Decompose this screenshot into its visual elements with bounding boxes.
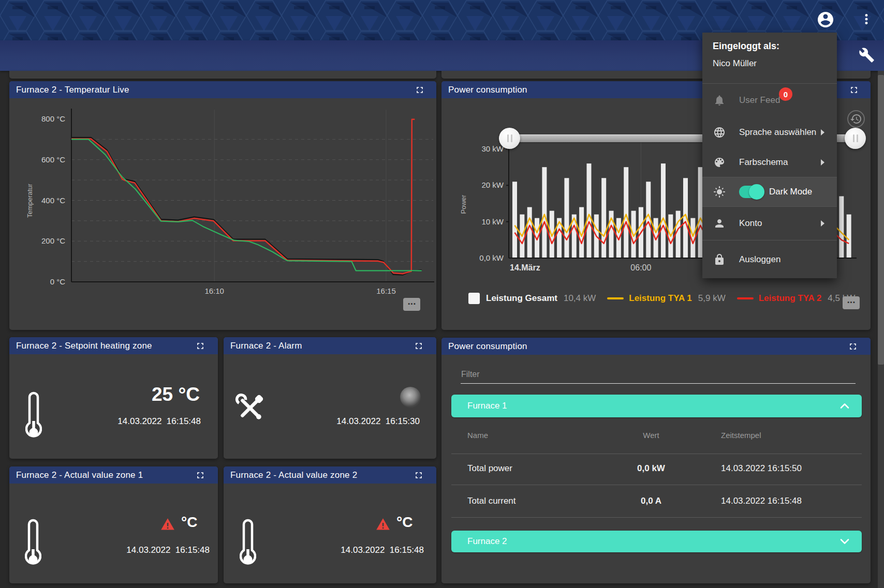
- warning-icon: [376, 517, 390, 532]
- menu-item-label: User Feed: [739, 95, 780, 105]
- menu-item-colorscheme[interactable]: Farbschema: [702, 148, 837, 177]
- fullscreen-icon[interactable]: [195, 341, 205, 351]
- svg-text:400 °C: 400 °C: [41, 196, 65, 205]
- svg-text:06:00: 06:00: [630, 263, 651, 272]
- fullscreen-icon[interactable]: [414, 470, 424, 480]
- column-header-wert: Wert: [612, 431, 690, 440]
- submenu-arrow-icon: [821, 159, 824, 165]
- row-value: 0,0 kW: [612, 463, 690, 474]
- section-furnace2-header[interactable]: Furnace 2: [451, 531, 862, 552]
- column-header-zeitstempel: Zeitstempel: [721, 431, 761, 440]
- menu-item-account[interactable]: Konto: [702, 207, 837, 240]
- fullscreen-icon[interactable]: [195, 470, 205, 480]
- menu-header: Eingeloggt als: Nico Müller: [702, 33, 837, 84]
- menu-item-language[interactable]: Sprache auswählen: [702, 117, 837, 148]
- fullscreen-icon[interactable]: [848, 341, 858, 352]
- tools-icon: [235, 393, 265, 423]
- svg-text:14.März: 14.März: [510, 263, 540, 272]
- legend-swatch-gesamt[interactable]: [468, 293, 480, 304]
- menu-item-label: Ausloggen: [739, 254, 780, 265]
- chevron-down-icon: [840, 539, 849, 545]
- chart-legend: Leistung Gesamt 10,4 kW Leistung TYA 1 5…: [468, 291, 855, 306]
- menu-item-label: Konto: [739, 218, 762, 229]
- card-alarm-titlebar: Furnace 2 - Alarm: [224, 337, 436, 354]
- card-setpoint-titlebar: Furnace 2 - Setpoint heating zone: [9, 337, 218, 354]
- menu-item-user-feed[interactable]: User Feed 0: [702, 84, 837, 117]
- more-options-button[interactable]: ...: [843, 296, 860, 309]
- svg-text:0 °C: 0 °C: [50, 277, 66, 286]
- card-title: Furnace 2 - Actual value zone 1: [9, 470, 143, 480]
- kebab-menu-icon[interactable]: [859, 11, 874, 27]
- row-timestamp: 14.03.2022 16:15:50: [721, 463, 802, 474]
- scrollbar-thumb[interactable]: [878, 75, 884, 365]
- user-dropdown-menu: Eingeloggt als: Nico Müller User Feed 0 …: [702, 33, 837, 278]
- notification-badge: 0: [779, 87, 792, 101]
- card-zone1-titlebar: Furnace 2 - Actual value zone 1: [9, 466, 218, 484]
- svg-text:10 kW: 10 kW: [481, 217, 504, 226]
- section-name: Furnace 2: [451, 536, 507, 547]
- card-title: Furnace 2 - Setpoint heating zone: [9, 341, 152, 351]
- account-icon[interactable]: [816, 10, 835, 29]
- svg-text:20 kW: 20 kW: [481, 180, 504, 189]
- globe-icon: [713, 126, 726, 139]
- fullscreen-icon[interactable]: [415, 85, 425, 95]
- filter-input[interactable]: [461, 368, 856, 384]
- menu-item-label: Dark Mode: [769, 187, 812, 197]
- svg-text:16:15: 16:15: [376, 287, 396, 295]
- partial-card-above-left: [9, 71, 436, 79]
- svg-text:16:10: 16:10: [204, 287, 224, 295]
- fullscreen-icon[interactable]: [849, 85, 859, 95]
- svg-text:800 °C: 800 °C: [41, 114, 65, 123]
- lock-icon: [713, 253, 726, 266]
- palette-icon: [713, 156, 726, 169]
- user-name: Nico Müller: [713, 58, 837, 69]
- thermometer-icon: [240, 518, 256, 570]
- submenu-arrow-icon: [821, 129, 824, 135]
- wrench-icon[interactable]: [859, 47, 875, 63]
- menu-item-dark-mode[interactable]: Dark Mode: [702, 177, 837, 206]
- logged-in-label: Eingeloggt als:: [713, 41, 837, 52]
- card-zone2-titlebar: Furnace 2 - Actual value zone 2: [224, 466, 436, 484]
- slider-handle-right[interactable]: [845, 128, 866, 149]
- dashboard-root: { "ui": { "more_label": "..." }, "user_m…: [0, 0, 884, 588]
- row-value: 0,0 A: [612, 496, 690, 506]
- timestamp: 14.03.2022 16:15:48: [117, 416, 201, 427]
- zone-unit: °C: [181, 514, 197, 531]
- more-options-button[interactable]: ...: [403, 298, 420, 311]
- brightness-icon: [713, 186, 726, 198]
- setpoint-value: 25 °C: [152, 384, 200, 405]
- menu-item-label: Farbschema: [739, 157, 788, 168]
- svg-text:Power: Power: [460, 194, 467, 214]
- thermometer-icon: [25, 518, 41, 570]
- row-divider: [451, 454, 862, 454]
- card-title: Furnace 2 - Temperatur Live: [9, 85, 129, 95]
- legend-swatch-tya2[interactable]: [737, 297, 754, 299]
- history-icon[interactable]: [847, 110, 865, 128]
- submenu-arrow-icon: [821, 220, 824, 227]
- card-setpoint-heating-zone: Furnace 2 - Setpoint heating zone 25 °C …: [9, 337, 218, 459]
- section-furnace1-header[interactable]: Furnace 1: [451, 395, 862, 417]
- row-name: Total current: [467, 496, 516, 506]
- temperature-chart[interactable]: 800 °C600 °C400 °C200 °C0 °C16:1016:15Te…: [9, 98, 436, 330]
- legend-swatch-tya1[interactable]: [607, 297, 624, 299]
- legend-label[interactable]: Leistung TYA 2: [759, 293, 822, 304]
- legend-label[interactable]: Leistung Gesamt: [486, 293, 557, 304]
- svg-text:600 °C: 600 °C: [41, 155, 65, 164]
- bell-icon: [713, 94, 726, 107]
- card-power-table-titlebar: Power consumption: [441, 338, 871, 355]
- card-temperature-live-titlebar: Furnace 2 - Temperatur Live: [9, 81, 436, 98]
- warning-icon: [160, 517, 175, 532]
- card-actual-value-zone2: Furnace 2 - Actual value zone 2 °C 14.03…: [224, 466, 436, 583]
- timestamp: 14.03.2022 16:15:30: [336, 416, 420, 427]
- row-divider: [451, 517, 862, 518]
- card-title: Furnace 2 - Actual value zone 2: [224, 470, 357, 480]
- card-power-consumption-table: Power consumption Furnace 1 Name Wert Ze…: [441, 338, 871, 583]
- person-icon: [713, 217, 726, 230]
- slider-handle-left[interactable]: [499, 128, 520, 149]
- card-title: Furnace 2 - Alarm: [224, 341, 302, 351]
- fullscreen-icon[interactable]: [414, 341, 424, 351]
- legend-label[interactable]: Leistung TYA 1: [629, 293, 692, 304]
- svg-text:Temperatur: Temperatur: [26, 183, 34, 217]
- dark-mode-toggle[interactable]: [739, 186, 763, 198]
- menu-item-logout[interactable]: Ausloggen: [702, 240, 837, 278]
